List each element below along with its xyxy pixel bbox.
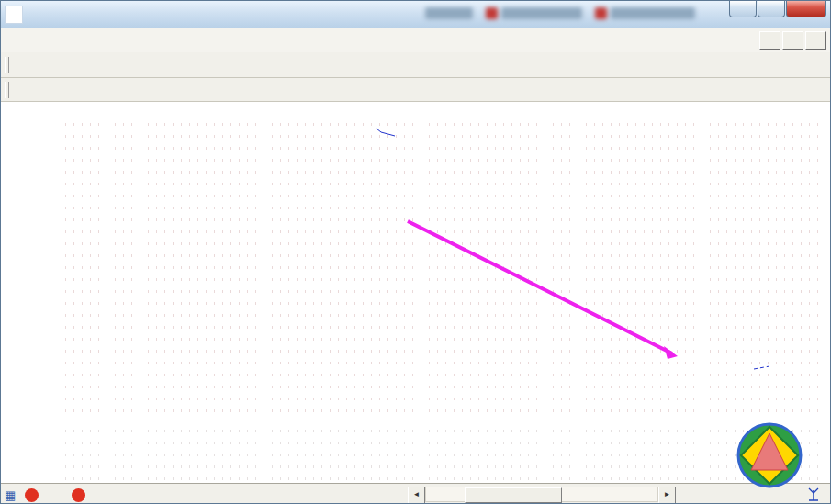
blurred-badge-icon (595, 7, 607, 19)
app-logo-icon (5, 6, 23, 24)
menubar (1, 28, 831, 53)
status-bar: ▦ ◄ ► (1, 483, 831, 504)
quote-table-icon[interactable]: ▦ (5, 488, 16, 502)
scrollbar-thumb[interactable] (465, 487, 562, 503)
maximize-button[interactable] (758, 1, 785, 17)
downtrend-arrowhead (664, 346, 678, 359)
minimize-button[interactable] (729, 1, 757, 17)
drawing-toolbar (1, 78, 831, 102)
macd-header (6, 420, 85, 434)
scroll-right-arrow[interactable]: ► (658, 487, 676, 504)
blurred-item (425, 7, 473, 19)
mdi-minimize-button[interactable] (759, 31, 780, 50)
app-window: ▦ ◄ ► (0, 0, 831, 504)
toolbar-grip[interactable] (5, 82, 9, 98)
high-price-pointer (376, 129, 395, 136)
gann360-logo (733, 419, 831, 492)
shenzhen-badge-icon (72, 488, 85, 502)
mdi-close-button[interactable] (805, 31, 826, 50)
low-price-pointer (754, 366, 769, 369)
close-button[interactable] (786, 1, 826, 17)
main-toolbar (1, 52, 831, 78)
blurred-badge-icon (486, 7, 498, 19)
titlebar-blurred-items (425, 7, 695, 19)
horizontal-scrollbar[interactable]: ◄ ► (408, 487, 676, 502)
titlebar[interactable] (1, 1, 831, 28)
shanghai-badge-icon (25, 488, 39, 502)
scroll-left-arrow[interactable]: ◄ (408, 487, 425, 504)
chart-canvas[interactable] (1, 102, 831, 483)
toolbar-grip[interactable] (5, 57, 9, 73)
scrollbar-track[interactable] (425, 487, 658, 502)
chart-area[interactable] (1, 102, 831, 483)
downtrend-line (408, 221, 672, 353)
mdi-restore-button[interactable] (782, 31, 803, 50)
